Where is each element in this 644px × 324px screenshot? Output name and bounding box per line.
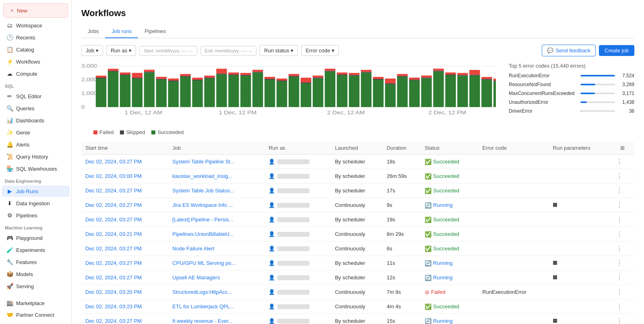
sidebar-item-data-ingestion[interactable]: ⬇ Data Ingestion [2, 198, 70, 209]
row-action-menu[interactable]: ⋮ [615, 231, 624, 237]
succeeded-icon: ✅ [425, 188, 431, 194]
start-time-link[interactable]: Dec 02, 2024, 03:27 PM [85, 246, 142, 252]
error-row: UnauthorizedError 1,438 [509, 99, 634, 105]
stop-button[interactable] [553, 203, 557, 207]
job-link[interactable]: System Table Job Status... [172, 188, 234, 194]
run-status-filter[interactable]: Run status ▾ [260, 45, 298, 56]
start-time-link[interactable]: Dec 02, 2024, 03:21 PM [85, 231, 142, 237]
job-filter[interactable]: Job ▾ [81, 45, 103, 56]
cell-error-code [478, 184, 549, 198]
start-time-link[interactable]: Dec 02, 2024, 03:27 PM [85, 217, 142, 223]
user-name-blurred [277, 232, 310, 237]
start-time-link[interactable]: Dec 02, 2024, 03:20 PM [85, 289, 142, 295]
stop-button[interactable] [553, 275, 557, 279]
row-action-menu[interactable]: ⋮ [615, 303, 624, 310]
tab-pipelines[interactable]: Pipelines [138, 25, 172, 38]
sidebar-item-marketplace[interactable]: 🏬 Marketplace [2, 297, 70, 309]
start-time-link[interactable]: Dec 02, 2024, 03:27 PM [85, 188, 142, 194]
create-job-button[interactable]: Create job [599, 45, 634, 56]
job-link[interactable]: Upsell AE Managers [172, 274, 220, 281]
sidebar-item-recents[interactable]: 🕐 Recents [2, 32, 70, 43]
tab-job-runs[interactable]: Job runs [105, 25, 138, 38]
row-action-menu[interactable]: ⋮ [615, 245, 624, 252]
sidebar-item-dashboards[interactable]: 📊 Dashboards [2, 115, 70, 126]
row-action-menu[interactable]: ⋮ [615, 289, 624, 295]
start-time-link[interactable]: Dec 02, 2024, 03:27 PM [85, 318, 142, 324]
stop-button[interactable] [553, 319, 557, 323]
sidebar-item-workspace[interactable]: 🗂 Workspace [2, 20, 70, 31]
job-link[interactable]: Pipelines:UnionBillableU... [172, 231, 233, 237]
user-name-blurred [277, 246, 310, 251]
new-button[interactable]: ＋ New [3, 3, 68, 18]
sidebar-item-playground[interactable]: 🎮 Playground [2, 232, 70, 244]
sidebar-item-compute[interactable]: ☁ Compute [2, 68, 70, 79]
start-time-link[interactable]: Dec 02, 2024, 03:27 PM [85, 202, 142, 208]
start-time-link[interactable]: Dec 02, 2024, 03:27 PM [85, 159, 142, 165]
status-label: Succeeded [433, 188, 459, 194]
sql-section-label: SQL [0, 80, 71, 90]
svg-rect-61 [301, 78, 311, 83]
stop-button[interactable] [553, 261, 557, 265]
row-action-menu[interactable]: ⋮ [615, 260, 624, 266]
grid-view-icon[interactable]: ⊞ [620, 145, 625, 151]
run-as-filter[interactable]: Run as ▾ [106, 45, 136, 56]
error-code-filter[interactable]: Error code ▾ [301, 45, 339, 56]
svg-rect-25 [156, 77, 167, 79]
sidebar-item-models[interactable]: 📦 Models [2, 268, 70, 280]
job-link[interactable]: Jira ES Workspace Info ... [172, 202, 233, 208]
row-action-menu[interactable]: ⋮ [615, 216, 624, 223]
table-row: Dec 02, 2024, 03:27 PM Upsell AE Manager… [81, 270, 634, 285]
sidebar-item-features[interactable]: 🔧 Features [2, 256, 70, 268]
job-link[interactable]: CPU/GPU ML Serving po... [172, 260, 235, 266]
sidebar-item-sql-warehouses[interactable]: 🏪 SQL Warehouses [2, 163, 70, 174]
row-action-menu[interactable]: ⋮ [615, 187, 624, 194]
row-action-menu[interactable]: ⋮ [615, 173, 624, 180]
job-link[interactable]: [Latest] Pipeline - Persis... [172, 217, 233, 223]
col-grid[interactable]: ⊞ [611, 142, 634, 155]
job-link[interactable]: ETL for Lumberjack QPL... [172, 303, 234, 310]
sidebar-item-job-runs[interactable]: ▶ Job Runs [2, 186, 70, 197]
sidebar-item-pipelines[interactable]: ⚙ Pipelines [2, 210, 70, 221]
end-date-input[interactable]: End: mm/dd/yyyy, --:-- -- [200, 46, 257, 56]
sidebar-item-alerts[interactable]: 🔔 Alerts [2, 139, 70, 150]
cell-run-parameters [549, 270, 611, 285]
start-time-link[interactable]: Dec 02, 2024, 03:23 PM [85, 303, 142, 310]
sidebar-item-catalog[interactable]: 📋 Catalog [2, 44, 70, 55]
row-action-menu[interactable]: ⋮ [615, 158, 624, 165]
sidebar-item-query-history[interactable]: 📜 Query History [2, 151, 70, 162]
svg-text:2 Dec, 12 AM: 2 Dec, 12 AM [327, 109, 365, 116]
job-link[interactable]: kaustav_workload_insig... [172, 173, 232, 179]
row-action-menu[interactable]: ⋮ [615, 202, 624, 208]
svg-rect-69 [337, 74, 347, 75]
sidebar-item-partner-connect[interactable]: 🤝 Partner Connect [2, 309, 70, 320]
send-feedback-button[interactable]: 💬 Send feedback [542, 45, 596, 56]
cell-status: ✅Succeeded [421, 213, 478, 227]
sidebar-item-experiments[interactable]: 🧪 Experiments [2, 244, 70, 256]
svg-rect-67 [325, 69, 335, 71]
sidebar-item-serving[interactable]: 🚀 Serving [2, 281, 70, 292]
row-action-menu[interactable]: ⋮ [615, 274, 624, 281]
job-link[interactable]: StructuredLogs:HttpAcc... [172, 289, 232, 295]
cell-duration: 18s [383, 155, 421, 169]
sidebar-item-queries[interactable]: 🔍 Queries [2, 103, 70, 114]
start-time-link[interactable]: Dec 02, 2024, 03:27 PM [85, 274, 142, 281]
sidebar-item-workflows[interactable]: ⚡ Workflows [2, 56, 70, 67]
start-date-input[interactable]: Start: mm/dd/yyyy, --:-- -- [139, 46, 197, 56]
job-link[interactable]: System Table Pipeline St... [172, 159, 234, 165]
cell-launched: Continuously [331, 299, 383, 314]
svg-rect-106 [481, 77, 492, 79]
start-time-link[interactable]: Dec 02, 2024, 03:27 PM [85, 260, 142, 266]
recents-icon: 🕐 [6, 34, 13, 41]
svg-rect-11 [108, 72, 118, 107]
tab-jobs[interactable]: Jobs [81, 25, 105, 38]
status-label: Succeeded [433, 303, 459, 310]
error-bar-background [580, 84, 615, 85]
start-time-link[interactable]: Dec 02, 2024, 03:00 PM [85, 173, 142, 179]
row-action-menu[interactable]: ⋮ [615, 318, 624, 324]
sql-warehouses-icon: 🏪 [6, 165, 13, 172]
sidebar-item-genie[interactable]: ✨ Genie [2, 127, 70, 138]
sidebar-item-sql-editor[interactable]: ✏ SQL Editor [2, 91, 70, 102]
job-link[interactable]: Node Failure Alert [172, 246, 214, 252]
cell-error-code [478, 155, 549, 169]
job-link[interactable]: ft weekly revenue - Ever... [172, 318, 233, 324]
